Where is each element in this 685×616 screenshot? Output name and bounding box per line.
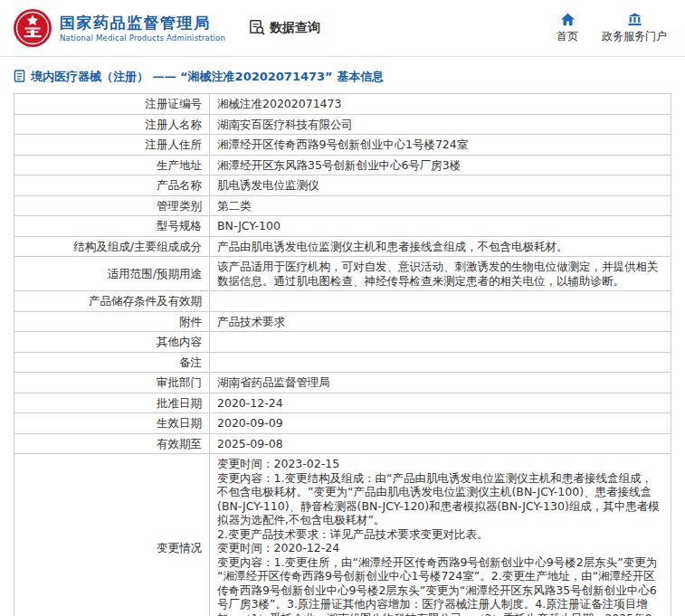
row-value: BN-JCY-100 (210, 216, 671, 237)
site-header: 国家药品监督管理局 National Medical Products Admi… (0, 0, 685, 57)
row-label: 注册证编号 (14, 94, 210, 115)
main-content: 境内医疗器械（注册） —— “湘械注准20202071473” 基本信息 注册证… (0, 57, 685, 616)
row-value: 该产品适用于医疗机构，可对自发、意识活动、刺激诱发的生物电位做测定，并提供相关数… (210, 257, 671, 291)
table-row: 生产地址湘潭经开区东风路35号创新创业中心6号厂房3楼 (14, 155, 671, 175)
row-label: 注册人名称 (14, 114, 210, 135)
brand: 国家药品监督管理局 National Medical Products Admi… (13, 8, 225, 48)
row-label: 结构及组成/主要组成成分 (14, 236, 210, 257)
row-value: 变更时间：2023-02-15 变更内容：1.变更结构及组成：由“产品由肌电诱发… (210, 454, 671, 616)
nav-data-query[interactable]: 数据查询 (249, 19, 320, 38)
brand-text: 国家药品监督管理局 National Medical Products Admi… (60, 14, 225, 43)
table-row: 结构及组成/主要组成成分产品由肌电诱发电位监测仪主机和患者接线盒组成，不包含电极… (14, 236, 671, 257)
row-value: 湘潭经开区东风路35号创新创业中心6号厂房3楼 (210, 155, 671, 175)
page-title: 境内医疗器械（注册） —— “湘械注准20202071473” 基本信息 (14, 65, 671, 93)
row-value: 湘潭经开区传奇西路9号创新创业中心1号楼724室 (210, 135, 671, 156)
row-label: 备注 (14, 352, 210, 373)
table-row: 适用范围/预期用途该产品适用于医疗机构，可对自发、意识活动、刺激诱发的生物电位做… (14, 257, 671, 291)
row-value (210, 352, 671, 373)
page-title-text: 境内医疗器械（注册） —— “湘械注准20202071473” 基本信息 (31, 69, 384, 85)
nav-portal[interactable]: 政务服务门户 (602, 13, 667, 44)
row-value: 湖南省药品监督管理局 (210, 373, 671, 393)
row-label: 产品名称 (14, 175, 210, 196)
row-label: 变更情况 (14, 454, 210, 616)
row-value: 肌电诱发电位监测仪 (210, 175, 671, 196)
table-row: 注册人名称湖南安百医疗科技有限公司 (14, 114, 671, 135)
home-icon (560, 13, 576, 26)
header-right-nav: 首页 政务服务门户 (557, 13, 676, 44)
row-label: 附件 (14, 311, 210, 332)
org-name-cn: 国家药品监督管理局 (60, 14, 225, 32)
row-label: 注册人住所 (14, 135, 210, 156)
row-value: 湘械注准20202071473 (210, 94, 671, 115)
table-row: 注册证编号湘械注准20202071473 (14, 94, 671, 115)
org-name-en: National Medical Products Administration (60, 33, 225, 43)
row-label: 有效期至 (14, 433, 210, 454)
row-value: 湖南安百医疗科技有限公司 (210, 114, 671, 135)
row-label: 生产地址 (14, 155, 210, 175)
nmpa-emblem-icon (13, 8, 52, 48)
table-row: 批准日期2020-12-24 (14, 393, 671, 413)
row-value: 第二类 (210, 195, 671, 216)
table-row: 产品储存条件及有效期 (14, 291, 671, 312)
table-row: 型号规格BN-JCY-100 (14, 216, 671, 237)
table-row: 其他内容 (14, 332, 671, 353)
nav-home-label: 首页 (557, 29, 578, 44)
table-row: 生效日期2020-09-09 (14, 413, 671, 434)
row-value (210, 291, 671, 312)
nav-portal-label: 政务服务门户 (602, 29, 667, 44)
nav-home[interactable]: 首页 (557, 13, 578, 44)
table-row: 变更情况变更时间：2023-02-15 变更内容：1.变更结构及组成：由“产品由… (14, 454, 671, 616)
table-row: 审批部门湖南省药品监督管理局 (14, 373, 671, 393)
row-label: 产品储存条件及有效期 (14, 291, 210, 312)
row-label: 型号规格 (14, 216, 210, 237)
row-label: 生效日期 (14, 413, 210, 434)
row-value: 2020-12-24 (210, 393, 671, 413)
document-icon (14, 70, 25, 85)
row-value: 2020-09-09 (210, 413, 671, 434)
table-row: 管理类别第二类 (14, 195, 671, 216)
table-row: 产品名称肌电诱发电位监测仪 (14, 175, 671, 196)
registration-info-table: 注册证编号湘械注准20202071473注册人名称湖南安百医疗科技有限公司注册人… (14, 93, 671, 616)
row-value: 产品由肌电诱发电位监测仪主机和患者接线盒组成，不包含电极耗材。 (210, 236, 671, 257)
row-value: 产品技术要求 (210, 311, 671, 332)
portal-building-icon (627, 13, 642, 26)
table-row: 有效期至2025-09-08 (14, 433, 671, 454)
row-label: 批准日期 (14, 393, 210, 413)
row-label: 适用范围/预期用途 (14, 257, 210, 291)
data-query-label: 数据查询 (270, 20, 320, 36)
row-value: 2025-09-08 (210, 433, 671, 454)
table-row: 备注 (14, 352, 671, 373)
row-label: 管理类别 (14, 195, 210, 216)
row-label: 审批部门 (14, 373, 210, 393)
data-query-icon (249, 19, 265, 38)
table-row: 注册人住所湘潭经开区传奇西路9号创新创业中心1号楼724室 (14, 135, 671, 156)
table-row: 附件产品技术要求 (14, 311, 671, 332)
row-label: 其他内容 (14, 332, 210, 353)
row-value (210, 332, 671, 353)
